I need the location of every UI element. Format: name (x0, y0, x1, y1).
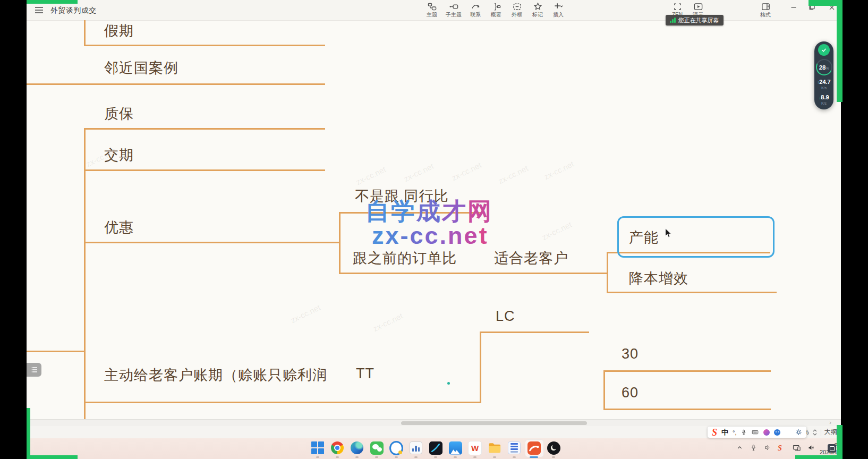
scrollbar-right-arrow[interactable]: › (829, 419, 831, 426)
mindmap-node-lc[interactable]: LC (496, 308, 515, 325)
subtopic-icon (449, 2, 459, 12)
taskbar-running-indicator (316, 456, 319, 458)
marker-icon (533, 2, 543, 12)
taskbar-running-indicator (434, 456, 437, 458)
toolbar-subtopic-label: 子主题 (446, 12, 462, 18)
taskbar-start-button-icon[interactable] (311, 441, 325, 455)
relationship-icon (471, 2, 481, 12)
mindmap-node-vs-previous-orders[interactable]: 跟之前的订单比 (353, 249, 457, 268)
xmind-app-window: 假期邻近国案例质保交期优惠不是跟 同行比跟之前的订单比适合老客户产能降本增效主动… (27, 0, 841, 459)
hamburger-icon (35, 6, 44, 14)
mindmap-node-days-30[interactable]: 30 (622, 346, 639, 362)
toolbar-marker-button[interactable]: 标记 (531, 2, 544, 18)
taskbar-video-editor-icon[interactable] (429, 441, 442, 455)
taskbar-running-indicator (530, 456, 538, 458)
toolbar-main: 主题子主题联系概要外框标记插入 (425, 2, 565, 18)
minimize-button[interactable] (787, 1, 801, 14)
present-icon (693, 2, 703, 12)
mindmap-node-credit-terms[interactable]: 主动给老客户账期（赊账只赊利润 (104, 366, 327, 385)
taskbar-running-indicator (336, 456, 339, 458)
screen-share-tooltip: 您正在共享屏幕 (666, 15, 724, 26)
screen-share-tooltip-text: 您正在共享屏幕 (678, 16, 719, 24)
taskbar-wechat-icon[interactable] (370, 441, 384, 455)
mindmap-node-neighbor-country-case[interactable]: 邻近国案例 (104, 58, 178, 78)
taskbar-running-indicator (513, 456, 516, 458)
taskbar-running-indicator (395, 456, 398, 458)
mindmap-node-days-60[interactable]: 60 (622, 385, 639, 401)
branch-line (603, 370, 771, 372)
toolbar-topic-label: 主题 (427, 12, 437, 18)
ime-language-mode-button[interactable]: 中 (721, 428, 728, 437)
mindmap-node-cost-reduction[interactable]: 降本增效 (629, 269, 688, 288)
mindmap-canvas[interactable]: 假期邻近国案例质保交期优惠不是跟 同行比跟之前的订单比适合老客户产能降本增效主动… (27, 20, 841, 419)
mindmap-node-holiday[interactable]: 假期 (104, 21, 134, 40)
taskbar-running-indicator (375, 456, 378, 458)
branch-line (84, 20, 86, 45)
horizontal-scrollbar[interactable]: › (27, 419, 841, 427)
toolbar-boundary-button[interactable]: 外框 (510, 2, 524, 18)
branch-line (339, 273, 607, 274)
ime-settings-button[interactable] (795, 429, 802, 436)
toolbar-insert-button[interactable]: 插入 (551, 2, 565, 18)
share-border-bottom-left (27, 455, 78, 459)
tiled-watermark: zx-cc.net (289, 303, 321, 325)
notification-center-button[interactable] (828, 444, 836, 453)
toolbar-relationship-label: 联系 (470, 12, 481, 18)
mindmap-node-fit-old-customers[interactable]: 适合老客户 (494, 249, 568, 268)
branch-line (603, 409, 771, 410)
mindmap-node-warranty[interactable]: 质保 (104, 104, 134, 123)
toolbar-format-button[interactable]: 格式 (759, 2, 772, 18)
branch-line (603, 370, 605, 410)
branch-line (27, 83, 325, 85)
topic-icon (427, 2, 437, 12)
taskbar-wps-icon[interactable]: W (468, 441, 482, 455)
taskbar-browser-ring-icon[interactable] (389, 441, 403, 455)
zoom-stepper[interactable] (812, 428, 818, 437)
taskbar-night-mode-app-icon[interactable] (547, 441, 560, 455)
tray-sound-mixer-icon[interactable] (764, 444, 771, 451)
toolbar-subtopic-button[interactable]: 子主题 (446, 2, 462, 18)
network-monitor-widget[interactable]: 28% ↑24.7 K/s ↓8.9 K/s (814, 41, 833, 109)
mindmap-node-capacity[interactable]: 产能 (629, 228, 659, 247)
scrollbar-thumb[interactable] (401, 421, 587, 425)
toolbar-relationship-button[interactable]: 联系 (469, 2, 482, 18)
tiled-watermark: zx-cc.net (497, 164, 529, 186)
hamburger-menu-button[interactable] (33, 5, 45, 15)
ime-punctuation-button[interactable]: °, (733, 429, 736, 436)
ime-toolbox-button[interactable] (785, 429, 791, 436)
zen-icon (673, 2, 683, 12)
mindmap-node-discount[interactable]: 优惠 (104, 218, 134, 237)
tray-chevron-up-button[interactable] (736, 444, 743, 451)
download-speed: ↓8.9 K/s (819, 95, 829, 106)
tray-sogou-icon[interactable]: S (778, 444, 782, 453)
taskbar-notepad-icon[interactable] (507, 441, 521, 455)
toolbar-boundary-label: 外框 (512, 12, 522, 18)
branch-line (27, 351, 85, 352)
taskbar-file-explorer-icon[interactable] (488, 441, 501, 455)
share-border-bottom-right (795, 455, 843, 459)
tray-mic-icon[interactable] (750, 444, 757, 452)
outline-view-button[interactable]: 大纲 (824, 428, 837, 437)
upload-value: 24.7 (819, 79, 830, 85)
taskbar-xmind-icon[interactable] (527, 441, 541, 455)
toolbar-summary-button[interactable]: 概要 (489, 2, 503, 18)
taskbar-chrome-icon[interactable] (330, 441, 344, 455)
screen-letterbox-right (843, 0, 868, 459)
branch-line (84, 128, 86, 419)
taskbar-cloud-docs-icon[interactable] (448, 441, 462, 455)
taskbar-running-indicator (493, 456, 496, 458)
stray-mark (447, 382, 450, 385)
taskbar-edge-icon[interactable] (350, 441, 364, 455)
taskbar-photos-icon[interactable] (409, 441, 423, 455)
sogou-logo-icon[interactable]: S (712, 428, 717, 437)
mindmap-node-delivery-time[interactable]: 交期 (104, 146, 134, 165)
ime-keyboard-button[interactable] (751, 429, 759, 436)
ime-skin-button[interactable] (763, 429, 770, 436)
ime-assistant-button[interactable] (774, 429, 780, 436)
outline-panel-toggle-button[interactable] (27, 363, 41, 377)
mindmap-node-tt[interactable]: TT (356, 366, 375, 382)
toolbar-topic-button[interactable]: 主题 (425, 2, 439, 18)
ime-mic-button[interactable] (741, 429, 747, 436)
boundary-icon (512, 2, 522, 12)
share-border-left-bottom (27, 408, 30, 459)
